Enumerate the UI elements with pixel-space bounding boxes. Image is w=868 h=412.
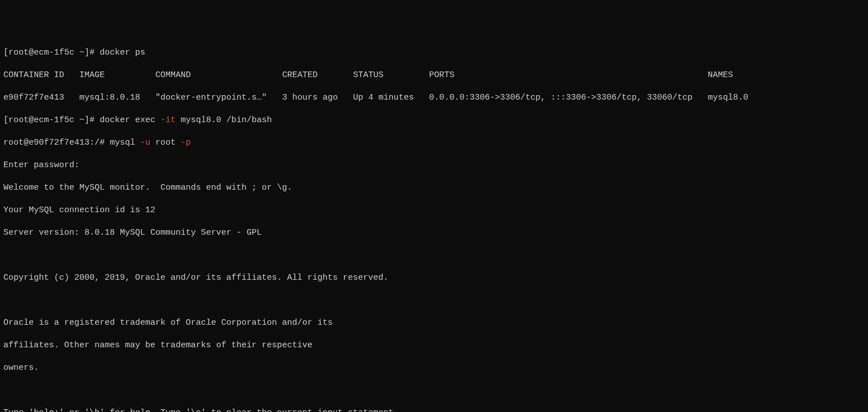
val-image: mysql:8.0.18 — [79, 93, 140, 102]
docker-ps-header: CONTAINER ID IMAGE COMMAND CREATED STATU… — [3, 70, 865, 81]
output-line: Welcome to the MySQL monitor. Commands e… — [3, 182, 865, 194]
col-image: IMAGE — [79, 70, 105, 80]
blank-line — [3, 295, 865, 306]
output-line: Enter password: — [3, 160, 865, 171]
command-text: docker ps — [100, 48, 145, 57]
output-line: Copyright (c) 2000, 2019, Oracle and/or … — [3, 272, 865, 284]
command-text: mysql8.0 /bin/bash — [176, 115, 272, 125]
container-prompt: root@e90f72f7e413:/# — [3, 138, 110, 147]
blank-line — [3, 385, 865, 396]
output-line: Type 'help;' or '\h' for help. Type '\c'… — [3, 407, 865, 412]
shell-prompt: [root@ecm-1f5c ~]# — [3, 115, 100, 125]
val-command: "docker-entrypoint.s…" — [155, 93, 267, 102]
val-created: 3 hours ago — [282, 93, 338, 102]
output-line: owners. — [3, 362, 865, 374]
output-line: affiliates. Other names may be trademark… — [3, 340, 865, 351]
col-ports: PORTS — [429, 70, 454, 80]
flag-p: -p — [181, 138, 191, 147]
val-container-id: e90f72f7e413 — [3, 93, 64, 102]
val-ports: 0.0.0.0:3306->3306/tcp, :::3306->3306/tc… — [429, 93, 692, 102]
val-names: mysql8.0 — [708, 93, 748, 102]
command-text: mysql — [110, 138, 140, 147]
flag-it: -it — [160, 115, 176, 125]
val-status: Up 4 minutes — [353, 93, 414, 102]
col-created: CREATED — [282, 70, 317, 80]
col-status: STATUS — [353, 70, 383, 80]
docker-ps-row: e90f72f7e413 mysql:8.0.18 "docker-entryp… — [3, 92, 865, 104]
flag-u: -u — [140, 138, 150, 147]
command-text: docker exec — [100, 115, 160, 125]
shell-prompt: [root@ecm-1f5c ~]# — [3, 48, 100, 57]
col-command: COMMAND — [155, 70, 191, 80]
prompt-line-3: root@e90f72f7e413:/# mysql -u root -p — [3, 137, 865, 149]
col-names: NAMES — [708, 70, 733, 80]
output-line: Your MySQL connection id is 12 — [3, 205, 865, 216]
output-line: Server version: 8.0.18 MySQL Community S… — [3, 227, 865, 239]
command-text: root — [150, 138, 181, 147]
prompt-line-1: [root@ecm-1f5c ~]# docker ps — [3, 47, 865, 59]
blank-line — [3, 250, 865, 261]
col-container-id: CONTAINER ID — [3, 70, 64, 80]
output-line: Oracle is a registered trademark of Orac… — [3, 317, 865, 329]
prompt-line-2: [root@ecm-1f5c ~]# docker exec -it mysql… — [3, 115, 865, 126]
